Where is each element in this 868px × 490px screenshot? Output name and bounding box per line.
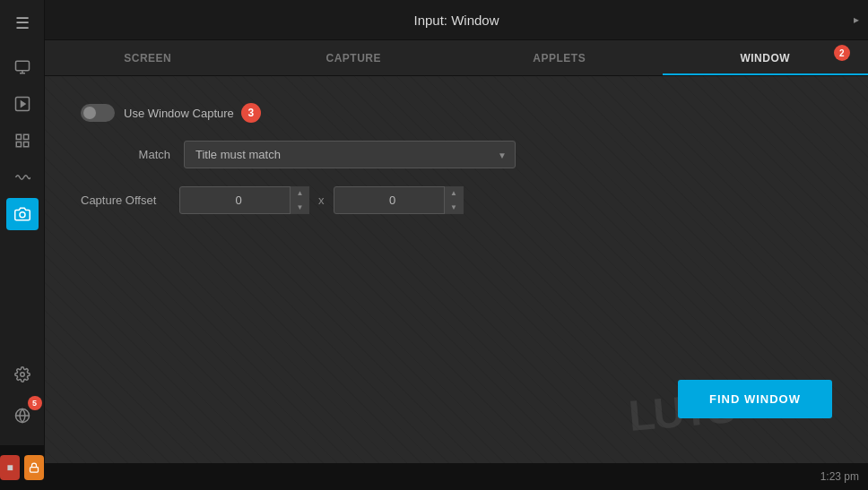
match-select[interactable]: Title must match Title contains Executab… <box>184 141 516 168</box>
offset-y-up-button[interactable]: ▲ <box>445 186 464 201</box>
topbar-arrow-icon: ▸ <box>854 13 859 26</box>
capture-offset-label: Capture Offset <box>81 193 170 207</box>
offset-x-up-button[interactable]: ▲ <box>291 186 309 201</box>
window-tab-badge: 2 <box>834 45 850 61</box>
offset-y-wrapper: ▲ ▼ <box>334 186 464 214</box>
offset-separator: x <box>318 193 325 207</box>
svg-rect-0 <box>15 61 29 71</box>
sidebar-item-media[interactable] <box>6 88 39 120</box>
offset-y-arrows: ▲ ▼ <box>444 186 464 214</box>
network-badge: 5 <box>28 396 42 410</box>
sidebar-item-monitor[interactable] <box>6 51 39 83</box>
svg-rect-13 <box>30 468 39 473</box>
tab-window[interactable]: WINDOW 2 <box>663 40 869 75</box>
step3-badge: 3 <box>241 103 261 123</box>
match-label: Match <box>126 148 170 161</box>
sidebar: ☰ 5 <box>0 0 45 490</box>
tab-bar: SCREEN CAPTURE APPLETS WINDOW 2 <box>45 40 868 76</box>
topbar: Input: Window ▸ <box>45 0 868 40</box>
svg-rect-5 <box>16 134 21 139</box>
sidebar-item-camera[interactable] <box>6 198 39 230</box>
app-title: Input: Window <box>413 13 499 28</box>
find-window-button[interactable]: FIND WINDOW <box>678 380 832 418</box>
svg-marker-4 <box>21 101 25 107</box>
statusbar: 1:23 pm <box>45 463 868 490</box>
tab-capture[interactable]: CAPTURE <box>251 40 457 75</box>
tab-screen[interactable]: SCREEN <box>45 40 251 75</box>
stop-button[interactable]: ■ <box>0 455 20 480</box>
main-area: Input: Window ▸ SCREEN CAPTURE APPLETS W… <box>45 0 868 490</box>
sidebar-item-network[interactable]: 5 <box>6 400 39 432</box>
offset-y-down-button[interactable]: ▼ <box>445 201 464 215</box>
match-select-wrapper: Title must match Title contains Executab… <box>184 141 516 168</box>
toggle-label: Use Window Capture <box>124 107 234 120</box>
tab-applets[interactable]: APPLETS <box>456 40 663 75</box>
sidebar-item-grid[interactable] <box>6 125 39 157</box>
sidebar-item-settings[interactable] <box>6 358 39 391</box>
offset-x-down-button[interactable]: ▼ <box>291 201 309 215</box>
status-time: 1:23 pm <box>820 470 859 483</box>
svg-rect-6 <box>23 134 28 139</box>
offset-x-arrows: ▲ ▼ <box>290 186 309 214</box>
sidebar-bottom-icons: 5 <box>6 358 39 436</box>
content-area: Use Window Capture 3 Match Title must ma… <box>45 76 868 463</box>
use-window-capture-toggle[interactable] <box>81 104 115 122</box>
toggle-row: Use Window Capture 3 <box>81 103 832 123</box>
sidebar-footer: ■ <box>0 445 44 490</box>
svg-rect-7 <box>16 142 21 147</box>
svg-point-9 <box>20 212 25 218</box>
svg-point-10 <box>20 373 24 377</box>
menu-icon[interactable]: ☰ <box>11 9 34 38</box>
sidebar-item-wave[interactable] <box>6 161 39 193</box>
offset-x-wrapper: ▲ ▼ <box>179 186 309 214</box>
capture-offset-row: Capture Offset ▲ ▼ x ▲ ▼ <box>81 186 832 214</box>
lock-button[interactable] <box>24 455 44 480</box>
match-row: Match Title must match Title contains Ex… <box>126 141 832 168</box>
svg-rect-8 <box>23 142 28 147</box>
